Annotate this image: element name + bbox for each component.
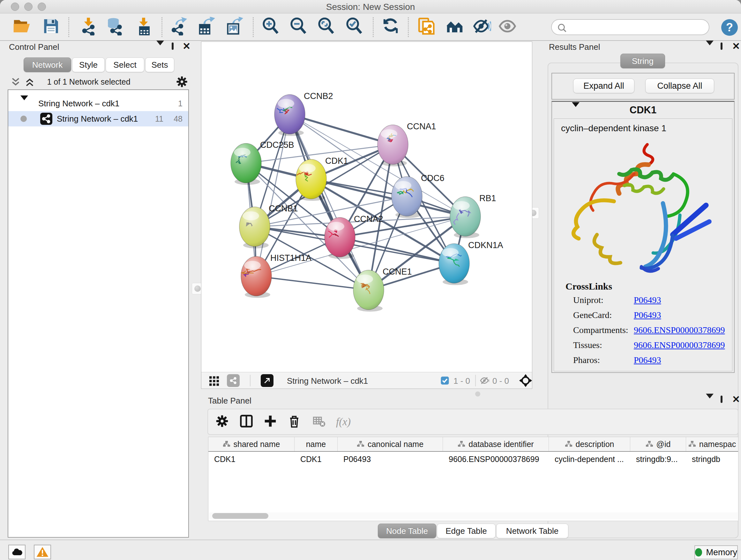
- column-header[interactable]: canonical name: [338, 437, 443, 451]
- cloud-services-button[interactable]: [8, 545, 25, 559]
- column-header[interactable]: name: [294, 437, 338, 451]
- cell-description[interactable]: cyclin-dependent ...: [549, 452, 630, 466]
- table-panel-menu-icon[interactable]: [706, 398, 714, 404]
- hidden-eye-icon[interactable]: [480, 375, 490, 387]
- selected-checkbox-icon[interactable]: [440, 376, 450, 387]
- network-node[interactable]: CDC25B: [231, 140, 294, 185]
- results-panel-float-icon[interactable]: [721, 44, 723, 49]
- collapse-triangle-icon[interactable]: [20, 100, 28, 106]
- export-image-icon[interactable]: [225, 17, 243, 37]
- import-network-file-icon[interactable]: [79, 17, 98, 37]
- add-column-icon[interactable]: [263, 414, 278, 430]
- network-node-label: HIST1H1A: [270, 253, 312, 263]
- search-input[interactable]: [551, 19, 710, 35]
- zoom-selected-icon[interactable]: [345, 17, 363, 37]
- import-network-database-icon[interactable]: [106, 17, 124, 37]
- crosslink-link[interactable]: P06493: [634, 310, 661, 320]
- clone-network-icon[interactable]: [417, 17, 435, 37]
- network-node[interactable]: RB1: [450, 193, 496, 238]
- cdk1-section-header[interactable]: CDK1: [552, 102, 734, 118]
- horizontal-scrollbar[interactable]: [209, 512, 738, 519]
- open-in-window-icon[interactable]: [261, 374, 273, 387]
- control-panel-close-icon[interactable]: ✕: [183, 43, 191, 50]
- open-session-icon[interactable]: [12, 17, 31, 37]
- help-button[interactable]: ?: [721, 19, 738, 36]
- hide-selected-icon[interactable]: [473, 17, 491, 37]
- network-edge[interactable]: [256, 276, 368, 290]
- column-header[interactable]: namespac: [686, 437, 738, 451]
- results-panel-close-icon[interactable]: ✕: [732, 43, 740, 50]
- delete-table-icon[interactable]: [313, 415, 326, 429]
- network-edge[interactable]: [290, 114, 393, 145]
- control-panel-menu-icon[interactable]: [156, 45, 164, 51]
- collapse-all-button[interactable]: Collapse All: [645, 78, 714, 93]
- cell-id[interactable]: stringdb:9...: [630, 452, 686, 466]
- tab-node-table[interactable]: Node Table: [378, 523, 436, 538]
- network-node[interactable]: CCNB2: [274, 91, 333, 136]
- tab-style[interactable]: Style: [72, 57, 105, 72]
- tab-sets[interactable]: Sets: [145, 57, 174, 72]
- bottom-splitter-handle[interactable]: [475, 391, 480, 396]
- column-header[interactable]: database identifier: [443, 437, 549, 451]
- network-graph[interactable]: CCNB2CCNA1CDC25BCDK1CDC6RB1CCNB1CCNA2CDK…: [201, 42, 532, 372]
- cell-shared-name[interactable]: CDK1: [208, 452, 294, 466]
- expand-all-button[interactable]: Expand All: [573, 78, 634, 93]
- table-panel-close-icon[interactable]: ✕: [732, 396, 740, 403]
- warnings-button[interactable]: [34, 545, 51, 559]
- tab-edge-table[interactable]: Edge Table: [437, 523, 495, 538]
- tab-network-table[interactable]: Network Table: [496, 523, 568, 538]
- network-canvas[interactable]: CCNB2CCNA1CDC25BCDK1CDC6RB1CCNB1CCNA2CDK…: [201, 42, 532, 389]
- network-options-gear-icon[interactable]: [176, 75, 188, 89]
- cell-name[interactable]: CDK1: [294, 452, 338, 466]
- results-panel-menu-icon[interactable]: [706, 45, 714, 51]
- table-options-gear-icon[interactable]: [215, 414, 229, 429]
- export-table-icon[interactable]: [197, 17, 215, 37]
- tab-string-results[interactable]: String: [620, 54, 665, 68]
- crosslink-link[interactable]: 9606.ENSP00000378699: [634, 325, 725, 335]
- cell-namespace[interactable]: stringdb: [686, 452, 738, 466]
- crosslink-link[interactable]: P06493: [634, 295, 661, 305]
- table-panel-float-icon[interactable]: [721, 396, 723, 402]
- tab-select[interactable]: Select: [106, 57, 144, 72]
- network-collection-row[interactable]: String Network – cdk1 1: [8, 96, 188, 111]
- network-node-label: CCNB1: [269, 204, 298, 213]
- network-edge[interactable]: [290, 114, 368, 290]
- network-node[interactable]: CCNA1: [378, 122, 436, 166]
- selection-status: 1 of 1 Network selected: [8, 77, 170, 86]
- delete-column-icon[interactable]: [287, 414, 301, 429]
- network-thumbnail-icon[interactable]: [227, 374, 240, 387]
- zoom-out-icon[interactable]: [289, 17, 308, 37]
- first-neighbors-icon[interactable]: [446, 17, 464, 37]
- show-columns-icon[interactable]: [239, 414, 254, 430]
- column-header[interactable]: @id: [630, 437, 686, 451]
- network-node[interactable]: CCNE1: [353, 267, 412, 312]
- function-builder-button[interactable]: f(x): [336, 416, 351, 428]
- network-row-selected[interactable]: String Network – cdk1 11 48: [8, 111, 188, 126]
- toolbar-divider: [408, 17, 409, 37]
- control-panel-float-icon[interactable]: [172, 44, 174, 49]
- cell-database-identifier[interactable]: 9606.ENSP00000378699: [443, 452, 549, 466]
- network-node[interactable]: CCNB1: [239, 204, 298, 248]
- memory-button[interactable]: Memory: [694, 545, 738, 559]
- table-row[interactable]: CDK1 CDK1 P06493 9606.ENSP00000378699 cy…: [208, 452, 738, 466]
- crosslink-link[interactable]: 9606.ENSP00000378699: [634, 340, 725, 350]
- tab-network[interactable]: Network: [23, 57, 71, 72]
- zoom-fit-icon[interactable]: [317, 17, 335, 37]
- column-header[interactable]: shared name: [208, 437, 294, 451]
- network-node[interactable]: CDKN1A: [439, 240, 503, 285]
- crosslink-link[interactable]: P06493: [634, 355, 661, 365]
- export-network-icon[interactable]: [170, 17, 189, 37]
- save-session-icon[interactable]: [42, 17, 60, 37]
- horizontal-scrollbar-thumb[interactable]: [212, 513, 268, 519]
- grid-view-icon[interactable]: [208, 375, 220, 388]
- column-header[interactable]: description: [549, 437, 630, 451]
- zoom-in-icon[interactable]: [261, 17, 280, 37]
- network-edge[interactable]: [340, 237, 454, 263]
- import-table-icon[interactable]: [134, 17, 153, 37]
- cell-canonical-name[interactable]: P06493: [338, 452, 443, 466]
- network-node[interactable]: HIST1H1A: [241, 253, 312, 298]
- network-edge[interactable]: [256, 114, 290, 276]
- refresh-icon[interactable]: [381, 17, 400, 37]
- show-all-icon[interactable]: [498, 17, 517, 37]
- birds-eye-toggle-icon[interactable]: [519, 374, 533, 389]
